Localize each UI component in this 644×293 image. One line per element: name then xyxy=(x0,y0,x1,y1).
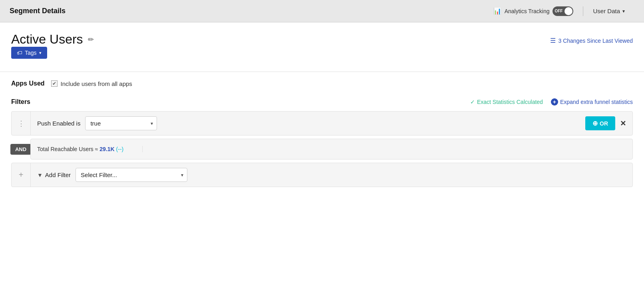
drag-handle-icon[interactable]: ⋮ xyxy=(12,112,31,135)
toggle-state-label: OFF xyxy=(555,9,563,13)
filters-title: Filters xyxy=(11,98,30,106)
tags-button[interactable]: 🏷 Tags ▾ xyxy=(11,47,47,59)
main-content: Active Users ✏ 🏷 Tags ▾ ☰ 3 Changes Sinc… xyxy=(0,22,644,293)
app-title: Segment Details xyxy=(10,7,66,15)
add-filter-content: ▼ Add Filter Select Filter... ▾ xyxy=(31,163,632,187)
remove-icon: ✕ xyxy=(620,120,626,128)
exact-stats-label: Exact Statistics Calculated xyxy=(477,99,543,105)
user-data-label: User Data xyxy=(593,8,620,14)
and-stats-row: AND Total Reachable Users ≈ 29.1K (--) xyxy=(11,139,633,159)
add-filter-row: + ▼ Add Filter Select Filter... ▾ xyxy=(11,163,633,187)
or-button-label: OR xyxy=(600,120,608,127)
apps-used-row: Apps Used ✔ Include users from all apps xyxy=(11,80,633,87)
or-button[interactable]: ⊕ OR xyxy=(585,116,615,130)
analytics-tracking-section: 📊 Analytics Tracking OFF xyxy=(493,6,584,16)
select-filter-wrapper: Select Filter... ▾ xyxy=(76,168,187,182)
page-title: Active Users xyxy=(11,32,83,47)
divider xyxy=(0,72,644,72)
analytics-toggle[interactable]: OFF xyxy=(553,6,573,16)
page-title-group: Active Users ✏ 🏷 Tags ▾ xyxy=(11,32,94,67)
total-reachable-label: Total Reachable Users ≈ xyxy=(37,146,98,152)
analytics-icon: 📊 xyxy=(493,7,501,15)
stats-text: Total Reachable Users ≈ 29.1K (--) xyxy=(31,146,143,152)
filter-field-label: Push Enabled is xyxy=(37,120,80,127)
include-all-apps-label: Include users from all apps xyxy=(61,80,132,87)
toggle-knob xyxy=(564,7,572,15)
filter-content: Push Enabled is true false ▾ xyxy=(31,112,585,135)
and-col: AND xyxy=(11,144,30,155)
expand-funnel-button[interactable]: + Expand extra funnel statistics xyxy=(551,98,633,106)
exact-stats-status: ✓ Exact Statistics Calculated xyxy=(470,99,543,105)
remove-filter-button[interactable]: ✕ xyxy=(620,120,626,127)
expand-funnel-plus-icon: + xyxy=(551,98,558,106)
filter-value-select[interactable]: true false xyxy=(85,116,157,130)
user-data-menu[interactable]: User Data ▾ xyxy=(583,0,634,22)
add-filter-plus-icon: + xyxy=(12,163,31,187)
add-filter-label-group: ▼ Add Filter xyxy=(37,171,71,178)
or-plus-icon: ⊕ xyxy=(592,120,598,127)
changes-list-icon: ☰ xyxy=(550,37,556,44)
tags-button-label: Tags xyxy=(25,50,37,56)
user-data-chevron-icon: ▾ xyxy=(622,8,625,14)
changes-label: 3 Changes Since Last Viewed xyxy=(558,38,633,44)
total-dash: (--) xyxy=(116,146,124,152)
header-right: 📊 Analytics Tracking OFF User Data ▾ xyxy=(493,0,634,22)
filter-actions: ⊕ OR ✕ xyxy=(585,116,632,130)
include-all-apps-checkbox[interactable]: ✔ xyxy=(51,80,58,87)
include-all-apps-row: ✔ Include users from all apps xyxy=(51,80,132,87)
filter-value-wrapper: true false ▾ xyxy=(85,116,157,130)
filters-right-actions: ✓ Exact Statistics Calculated + Expand e… xyxy=(470,98,633,106)
edit-title-icon[interactable]: ✏ xyxy=(88,35,94,44)
page-title-row: Active Users ✏ xyxy=(11,32,94,47)
filter-row-push-enabled: ⋮ Push Enabled is true false ▾ ⊕ OR ✕ xyxy=(11,111,633,136)
expand-funnel-label: Expand extra funnel statistics xyxy=(560,99,633,105)
tags-chevron-icon: ▾ xyxy=(39,50,42,56)
tag-icon: 🏷 xyxy=(17,50,22,56)
changes-since-last-viewed[interactable]: ☰ 3 Changes Since Last Viewed xyxy=(550,37,633,44)
add-filter-label: Add Filter xyxy=(45,171,71,178)
and-badge: AND xyxy=(10,144,31,155)
filter-funnel-icon: ▼ xyxy=(37,172,43,178)
check-icon: ✓ xyxy=(470,99,475,105)
filters-header: Filters ✓ Exact Statistics Calculated + … xyxy=(11,98,633,106)
page-header-row: Active Users ✏ 🏷 Tags ▾ ☰ 3 Changes Sinc… xyxy=(11,32,633,67)
analytics-tracking-label: Analytics Tracking xyxy=(505,8,550,14)
apps-used-label: Apps Used xyxy=(11,80,45,87)
app-header: Segment Details 📊 Analytics Tracking OFF… xyxy=(0,0,644,22)
total-count: 29.1K xyxy=(99,146,114,152)
stats-bar-container: Total Reachable Users ≈ 29.1K (--) xyxy=(30,139,633,159)
select-filter-dropdown[interactable]: Select Filter... xyxy=(76,168,187,182)
